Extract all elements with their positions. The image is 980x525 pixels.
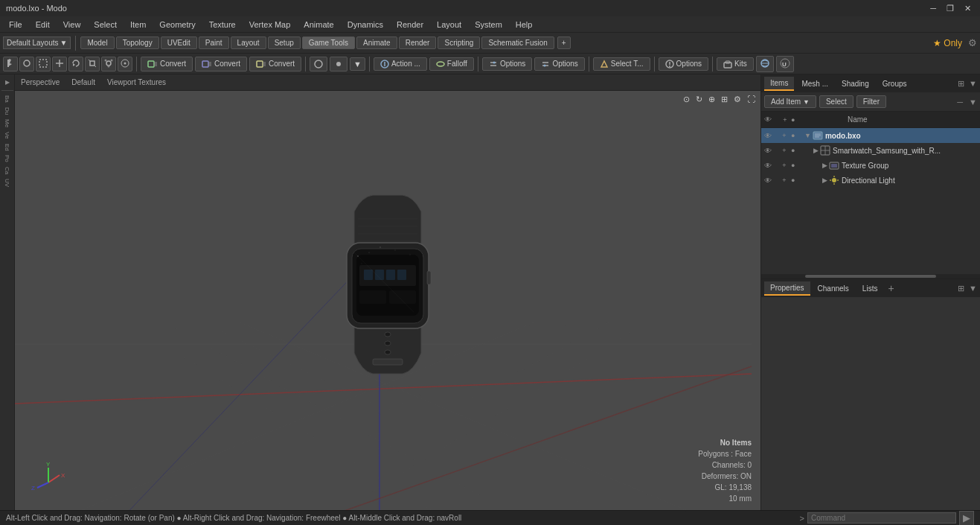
sidebar-label-dup[interactable]: Du (2, 106, 12, 116)
tab-properties[interactable]: Properties (764, 281, 810, 296)
items-scrollbar-thumb[interactable] (805, 275, 936, 278)
kits-button[interactable]: Kits (717, 57, 754, 71)
vis-icon-2[interactable]: 👁 (764, 147, 778, 155)
convert-button-1[interactable]: Convert (141, 57, 193, 71)
select-button[interactable]: Select (819, 95, 854, 108)
star-only-button[interactable]: ★ Only (930, 38, 965, 48)
expand-arrow-3[interactable]: ▶ (822, 162, 827, 169)
settings-icon[interactable]: ⚙ (968, 37, 977, 48)
tab-shading[interactable]: Shading (836, 77, 875, 90)
tool-icon-4[interactable] (52, 57, 67, 71)
tab-animate[interactable]: Animate (356, 36, 397, 49)
convert-button-3[interactable]: Convert (249, 57, 301, 71)
tab-paint[interactable]: Paint (199, 36, 229, 49)
tab-channels[interactable]: Channels (812, 282, 855, 295)
minimize-button[interactable]: ─ (927, 4, 939, 13)
tool-icon-3[interactable] (36, 57, 51, 71)
vp-ctrl-zoom[interactable]: ⊕ (706, 94, 717, 105)
viewport-options-button[interactable] (756, 56, 774, 72)
sidebar-label-mesh[interactable]: Me (2, 118, 12, 129)
menu-vertex-map[interactable]: Vertex Map (243, 19, 297, 31)
item-texture-group[interactable]: 👁 + ● ▶ Texture Group (761, 158, 980, 173)
vis-icon-3[interactable]: 👁 (764, 162, 778, 170)
items-expand-btn[interactable]: ⊞ (958, 79, 964, 89)
tab-render[interactable]: Render (399, 36, 437, 49)
expand-arrow-4[interactable]: ▶ (822, 176, 827, 184)
options-button-3[interactable]: Options (659, 57, 708, 71)
tab-uvedit[interactable]: UVEdit (161, 36, 197, 49)
action-button[interactable]: Action ... (374, 57, 427, 71)
menu-texture[interactable]: Texture (203, 19, 242, 31)
layout-dropdown[interactable]: Default Layouts ▼ (3, 36, 71, 49)
menu-system[interactable]: System (469, 19, 508, 31)
add-item-dropdown[interactable]: ▼ (803, 98, 810, 106)
tool-icon-5[interactable] (68, 57, 83, 71)
menu-edit[interactable]: Edit (30, 19, 56, 31)
convert-button-2[interactable]: Convert (195, 57, 247, 71)
tab-lists[interactable]: Lists (856, 282, 884, 295)
tab-groups[interactable]: Groups (877, 77, 913, 90)
tab-topology[interactable]: Topology (116, 36, 159, 49)
menu-geometry[interactable]: Geometry (153, 19, 201, 31)
sidebar-label-cat[interactable]: Ca (2, 165, 12, 176)
menu-file[interactable]: File (3, 19, 28, 31)
vis-icon-4[interactable]: 👁 (764, 176, 778, 185)
close-button[interactable]: ✕ (961, 4, 974, 13)
options-button-2[interactable]: Options (534, 57, 584, 71)
add-tab-button[interactable]: + (557, 36, 571, 49)
items-scrollbar[interactable] (761, 274, 980, 279)
tool-icon-7[interactable] (101, 57, 116, 71)
expand-arrow-2[interactable]: ▶ (813, 147, 819, 154)
mode-sphere-button[interactable] (310, 57, 327, 71)
menu-select[interactable]: Select (88, 19, 123, 31)
sidebar-label-poly[interactable]: Po (2, 153, 12, 164)
item-modo-bxo[interactable]: 👁 + ● ▼ modo.bxo (761, 128, 980, 143)
item-smartwatch[interactable]: 👁 + ● ▶ Smartwatch_Samsung_with_R... (761, 143, 980, 158)
tab-mesh[interactable]: Mesh ... (795, 77, 834, 90)
props-add-button[interactable]: + (885, 282, 897, 294)
sidebar-icon-1[interactable]: ▶ (2, 77, 12, 87)
menu-animate[interactable]: Animate (298, 19, 339, 31)
panel-collapse-btn[interactable]: ─ (957, 98, 963, 106)
dropdown-button[interactable]: ▼ (350, 57, 365, 71)
sidebar-label-basic[interactable]: Ba (2, 94, 12, 104)
menu-help[interactable]: Help (510, 19, 539, 31)
tool-icon-6[interactable] (85, 57, 100, 71)
vp-ctrl-1[interactable]: ⊙ (681, 94, 692, 105)
sidebar-label-vertex[interactable]: Ve (2, 130, 12, 140)
tab-items[interactable]: Items (764, 77, 794, 91)
tab-layout[interactable]: Layout (231, 36, 266, 49)
falloff-button[interactable]: Falloff (429, 57, 474, 71)
tool-icon-8[interactable] (118, 57, 132, 71)
select-t-button[interactable]: Select T... (593, 57, 650, 71)
sidebar-label-uv[interactable]: UV (2, 177, 12, 188)
tool-icon-2[interactable] (19, 57, 34, 71)
command-input[interactable] (807, 512, 956, 524)
vp-ctrl-fit[interactable]: ⊞ (719, 94, 730, 105)
expand-arrow-1[interactable]: ▼ (804, 132, 811, 139)
restore-button[interactable]: ❐ (944, 4, 957, 13)
tab-model[interactable]: Model (80, 36, 114, 49)
tool-icon-1[interactable] (3, 57, 18, 71)
menu-layout[interactable]: Layout (431, 19, 467, 31)
item-dir-light[interactable]: 👁 + ● ▶ Directional Light (761, 173, 980, 188)
vp-ctrl-maximize[interactable]: ⛶ (745, 94, 758, 105)
menu-dynamics[interactable]: Dynamics (342, 19, 389, 31)
tab-game-tools[interactable]: Game Tools (302, 36, 355, 49)
options-button-1[interactable]: Options (482, 57, 532, 71)
items-settings-icon[interactable]: ▼ (969, 79, 977, 88)
vis-icon-1[interactable]: 👁 (764, 132, 778, 140)
menu-view[interactable]: View (57, 19, 87, 31)
filter-button[interactable]: Filter (856, 95, 886, 108)
menu-render[interactable]: Render (391, 19, 429, 31)
tab-schematic-fusion[interactable]: Schematic Fusion (481, 36, 554, 49)
viewport-3d[interactable]: ⊙ ↻ ⊕ ⊞ ⚙ ⛶ X Y Z (15, 91, 760, 510)
sidebar-label-edge[interactable]: Ed (2, 142, 12, 153)
props-settings-icon[interactable]: ▼ (969, 284, 977, 293)
props-expand-btn[interactable]: ⊞ (958, 284, 964, 293)
vp-ctrl-2[interactable]: ↻ (694, 94, 705, 105)
unreal-button[interactable]: U (776, 56, 794, 72)
add-item-button[interactable]: Add Item ▼ (764, 95, 816, 108)
panel-settings-btn[interactable]: ▼ (969, 98, 977, 106)
vp-ctrl-settings[interactable]: ⚙ (731, 94, 743, 105)
